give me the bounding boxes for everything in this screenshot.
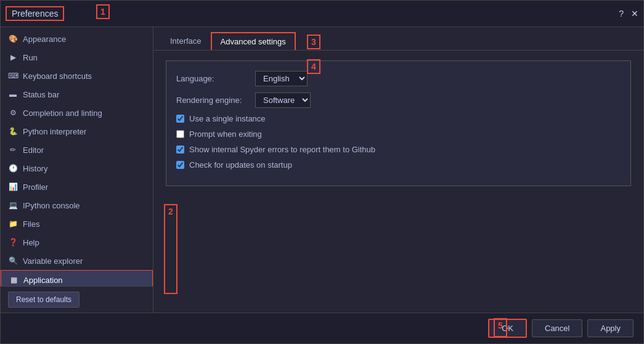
sidebar-item-editor[interactable]: ✏ Editor	[1, 141, 153, 159]
sidebar-item-application[interactable]: ▦ Application	[1, 270, 153, 286]
main-content: 🎨 Appearance ▶ Run ⌨ Keyboard shortcuts …	[1, 27, 643, 313]
variable-icon: 🔍	[8, 256, 18, 266]
sidebar-label-keyboard: Keyboard shortcuts	[23, 72, 92, 81]
sidebar-label-variable: Variable explorer	[23, 256, 83, 266]
sidebar-item-help[interactable]: ❓ Help	[1, 233, 153, 252]
preferences-window: Preferences ? ✕ 🎨 Appearance ▶ Run ⌨	[0, 0, 644, 344]
sidebar-label-history: History	[23, 164, 47, 173]
sidebar-item-keyboard-shortcuts[interactable]: ⌨ Keyboard shortcuts	[1, 67, 153, 85]
content-area: Interface Advanced settings Language: En…	[153, 27, 643, 313]
sidebar-item-ipython[interactable]: 💻 IPython console	[1, 196, 153, 215]
python-icon: 🐍	[8, 126, 18, 136]
sidebar-label-python: Python interpreter	[23, 127, 86, 136]
sidebar-label-editor: Editor	[23, 145, 44, 155]
apply-button[interactable]: Apply	[587, 319, 634, 337]
sidebar-item-python[interactable]: 🐍 Python interpreter	[1, 122, 153, 141]
settings-section: Language: English Spanish French Renderi…	[166, 60, 631, 186]
sidebar-label-appearance: Appearance	[23, 35, 66, 44]
language-select[interactable]: English Spanish French	[255, 71, 308, 86]
checkbox-single-instance[interactable]: Use a single instance	[176, 114, 621, 123]
sidebar-item-completion[interactable]: ⚙ Completion and linting	[1, 104, 153, 122]
history-icon: 🕐	[8, 163, 18, 173]
sidebar-item-profiler[interactable]: 📊 Profiler	[1, 178, 153, 196]
editor-icon: ✏	[8, 145, 18, 155]
run-icon: ▶	[8, 52, 18, 62]
profiler-icon: 📊	[8, 182, 18, 192]
sidebar-label-ipython: IPython console	[23, 201, 80, 210]
appearance-icon: 🎨	[8, 34, 18, 44]
show-errors-checkbox[interactable]	[176, 145, 184, 154]
files-icon: 📁	[8, 219, 18, 229]
sidebar-item-appearance[interactable]: 🎨 Appearance	[1, 30, 153, 48]
cancel-button[interactable]: Cancel	[532, 319, 582, 337]
rendering-select[interactable]: Software OpenGL	[255, 92, 311, 108]
window-controls: ? ✕	[619, 9, 638, 18]
language-label: Language:	[176, 74, 250, 83]
status-icon: ▬	[8, 89, 18, 99]
close-button[interactable]: ✕	[631, 9, 638, 18]
annotation-3: 3	[307, 35, 320, 49]
sidebar-items: 🎨 Appearance ▶ Run ⌨ Keyboard shortcuts …	[1, 27, 153, 286]
ipython-icon: 💻	[8, 200, 18, 210]
help-button[interactable]: ?	[619, 9, 624, 18]
window-title: Preferences	[6, 6, 64, 21]
sidebar-label-status: Status bar	[23, 90, 59, 99]
checkbox-check-updates[interactable]: Check for updates on startup	[176, 160, 621, 170]
bottom-bar: OK Cancel Apply	[1, 313, 643, 343]
check-updates-checkbox[interactable]	[176, 161, 184, 169]
sidebar-label-application: Application	[23, 276, 63, 285]
sidebar-item-run[interactable]: ▶ Run	[1, 48, 153, 67]
sidebar-label-files: Files	[23, 219, 39, 229]
sidebar-item-variable-explorer[interactable]: 🔍 Variable explorer	[1, 252, 153, 270]
annotation-2: 2	[164, 204, 177, 294]
sidebar-label-profiler: Profiler	[23, 182, 48, 192]
sidebar-item-history[interactable]: 🕐 History	[1, 159, 153, 178]
reset-defaults-button[interactable]: Reset to defaults	[8, 292, 79, 308]
tab-interface[interactable]: Interface	[161, 32, 211, 50]
prompt-exit-label: Prompt when exiting	[189, 129, 262, 139]
single-instance-label: Use a single instance	[189, 114, 266, 123]
show-errors-label: Show internal Spyder errors to report th…	[189, 145, 375, 154]
checkbox-show-errors[interactable]: Show internal Spyder errors to report th…	[176, 145, 621, 154]
sidebar-label-help: Help	[23, 238, 39, 247]
single-instance-checkbox[interactable]	[176, 115, 184, 123]
checkbox-prompt-exit[interactable]: Prompt when exiting	[176, 129, 621, 139]
help-icon: ❓	[8, 237, 18, 247]
sidebar-label-completion: Completion and linting	[23, 109, 102, 118]
completion-icon: ⚙	[8, 108, 18, 118]
keyboard-icon: ⌨	[8, 71, 18, 81]
prompt-exit-checkbox[interactable]	[176, 130, 184, 138]
sidebar-label-run: Run	[23, 53, 38, 62]
sidebar-item-status-bar[interactable]: ▬ Status bar	[1, 85, 153, 104]
sidebar: 🎨 Appearance ▶ Run ⌨ Keyboard shortcuts …	[1, 27, 153, 313]
tab-content: Language: English Spanish French Renderi…	[153, 51, 643, 313]
sidebar-footer: Reset to defaults	[1, 286, 153, 313]
rendering-label: Rendering engine:	[176, 96, 250, 105]
sidebar-item-files[interactable]: 📁 Files	[1, 215, 153, 233]
annotation-5: 5	[494, 318, 507, 337]
check-updates-label: Check for updates on startup	[189, 160, 292, 170]
language-row: Language: English Spanish French	[176, 71, 621, 86]
rendering-row: Rendering engine: Software OpenGL	[176, 92, 621, 108]
tab-advanced-settings[interactable]: Advanced settings	[211, 32, 296, 50]
tabs: Interface Advanced settings	[153, 27, 643, 51]
annotation-4: 4	[307, 59, 320, 74]
application-icon: ▦	[9, 275, 18, 285]
annotation-1: 1	[96, 4, 110, 19]
